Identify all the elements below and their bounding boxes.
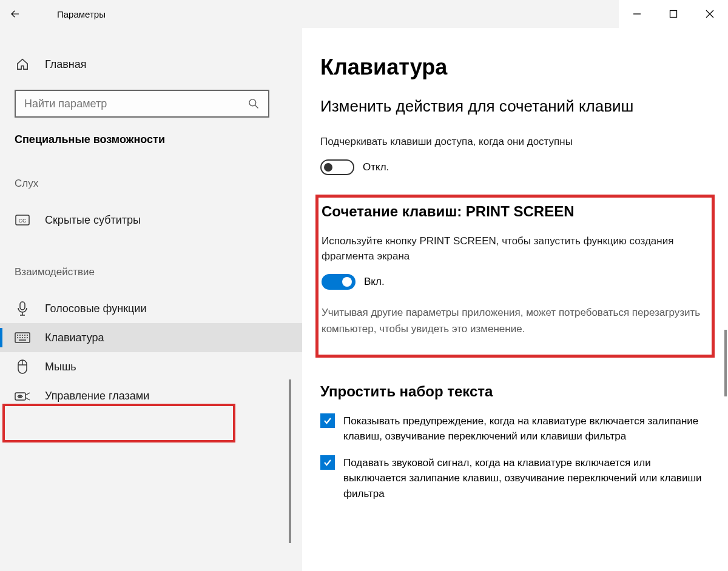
- checkbox-row: Подавать звуковой сигнал, когда на клави…: [320, 455, 709, 502]
- checkbox-row: Показывать предупреждение, когда на клав…: [320, 413, 709, 444]
- back-button[interactable]: [0, 0, 30, 28]
- checkbox-show-warning[interactable]: [320, 413, 335, 428]
- svg-rect-4: [20, 302, 25, 310]
- section-header: Сочетание клавиш: PRINT SCREEN: [322, 203, 710, 220]
- sidebar-item-label: Управление глазами: [45, 390, 149, 402]
- svg-text:CC: CC: [19, 218, 27, 224]
- search-icon: [248, 98, 260, 110]
- page-title: Клавиатура: [320, 55, 710, 80]
- section-shortcuts: Изменить действия для сочетаний клавиш П…: [320, 97, 710, 175]
- sidebar-group-interaction: Взаимодействие: [0, 266, 302, 278]
- maximize-button[interactable]: [655, 0, 692, 28]
- setting-description: Подчеркивать клавиши доступа, когда они …: [320, 134, 696, 150]
- eye-control-icon: [15, 390, 30, 402]
- section-print-screen: Сочетание клавиш: PRINT SCREEN Используй…: [320, 199, 710, 353]
- toggle-underline-access-keys[interactable]: [320, 159, 354, 175]
- toggle-state-label: Вкл.: [364, 276, 385, 288]
- maximize-icon: [669, 10, 678, 18]
- sidebar-item-keyboard[interactable]: Клавиатура: [0, 323, 302, 352]
- checkbox-label: Подавать звуковой сигнал, когда на клави…: [343, 455, 709, 502]
- mouse-icon: [15, 359, 30, 374]
- window-controls: [619, 0, 728, 28]
- titlebar: Параметры: [0, 0, 728, 28]
- sidebar: Главная Специальные возможности Слух CC …: [0, 28, 302, 571]
- close-button[interactable]: [692, 0, 728, 28]
- sidebar-item-label: Клавиатура: [45, 332, 104, 344]
- keyboard-icon: [15, 332, 30, 343]
- close-icon: [706, 10, 714, 18]
- setting-description: Используйте кнопку PRINT SCREEN, чтобы з…: [322, 233, 698, 264]
- section-header: Упростить набор текста: [320, 383, 710, 400]
- toggle-state-label: Откл.: [363, 161, 389, 173]
- home-icon: [15, 58, 30, 71]
- captions-icon: CC: [15, 215, 30, 225]
- toggle-knob: [324, 163, 332, 172]
- arrow-left-icon: [10, 8, 21, 19]
- svg-rect-0: [670, 11, 677, 18]
- sidebar-item-label: Скрытые субтитры: [45, 214, 141, 227]
- section-header: Изменить действия для сочетаний клавиш: [320, 97, 710, 116]
- toggle-print-screen-snip[interactable]: [322, 274, 356, 290]
- main-scrollbar[interactable]: [724, 330, 727, 396]
- sidebar-item-label: Голосовые функции: [45, 302, 146, 315]
- check-icon: [323, 458, 332, 467]
- sidebar-item-eye-control[interactable]: Управление глазами: [0, 381, 302, 410]
- check-icon: [323, 416, 332, 426]
- checkbox-play-sound[interactable]: [320, 455, 335, 470]
- sidebar-category: Специальные возможности: [0, 133, 302, 146]
- setting-note: Учитывая другие параметры приложения, мо…: [322, 304, 710, 337]
- minimize-icon: [633, 10, 641, 18]
- sidebar-item-captions[interactable]: CC Скрытые субтитры: [0, 205, 302, 235]
- minimize-button[interactable]: [619, 0, 655, 28]
- sidebar-item-speech[interactable]: Голосовые функции: [0, 294, 302, 323]
- section-simplify-typing: Упростить набор текста Показывать предуп…: [320, 383, 710, 502]
- toggle-knob: [342, 277, 352, 287]
- checkbox-label: Показывать предупреждение, когда на клав…: [343, 413, 709, 444]
- search-box[interactable]: [15, 90, 269, 118]
- main-content: Клавиатура Изменить действия для сочетан…: [302, 28, 728, 571]
- sidebar-scrollbar[interactable]: [289, 379, 291, 543]
- microphone-icon: [15, 301, 30, 316]
- window-title: Параметры: [57, 9, 106, 19]
- svg-point-8: [19, 396, 21, 398]
- sidebar-group-hearing: Слух: [0, 178, 302, 190]
- search-input[interactable]: [24, 98, 248, 110]
- sidebar-item-label: Главная: [45, 58, 87, 71]
- sidebar-item-home[interactable]: Главная: [0, 50, 302, 79]
- sidebar-item-label: Мышь: [45, 361, 76, 373]
- sidebar-item-mouse[interactable]: Мышь: [0, 352, 302, 381]
- svg-point-1: [249, 99, 256, 106]
